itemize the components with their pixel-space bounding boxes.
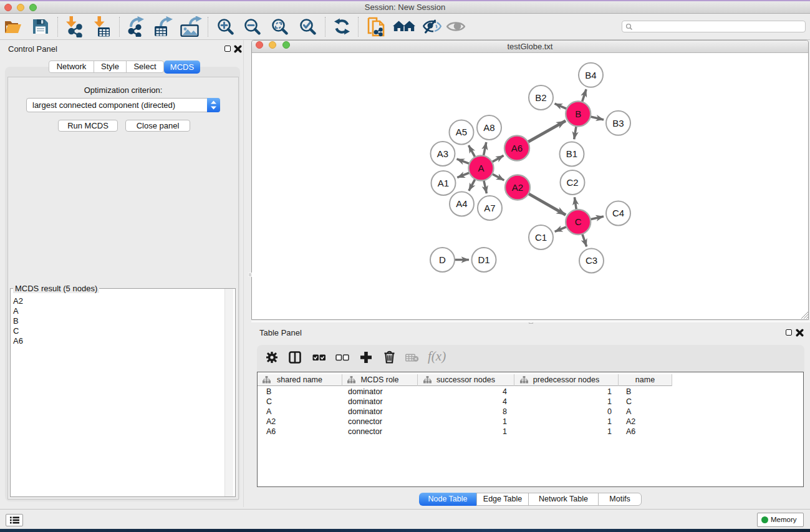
svg-text:B1: B1 xyxy=(566,148,577,159)
svg-text:A4: A4 xyxy=(456,198,467,209)
svg-text:B2: B2 xyxy=(535,92,546,103)
svg-text:D1: D1 xyxy=(478,254,489,265)
svg-text:C2: C2 xyxy=(566,177,578,188)
svg-text:C: C xyxy=(575,216,582,227)
svg-text:A: A xyxy=(478,163,484,173)
svg-text:B3: B3 xyxy=(612,118,624,128)
svg-text:A1: A1 xyxy=(438,178,449,188)
svg-text:A8: A8 xyxy=(483,122,494,133)
svg-text:A7: A7 xyxy=(484,203,495,213)
svg-text:D: D xyxy=(439,254,446,265)
svg-text:B: B xyxy=(575,109,581,119)
svg-text:C4: C4 xyxy=(612,208,624,218)
svg-text:A6: A6 xyxy=(511,143,523,153)
svg-text:A3: A3 xyxy=(437,148,448,159)
svg-text:B4: B4 xyxy=(585,70,596,80)
svg-text:C3: C3 xyxy=(586,255,597,266)
svg-text:C1: C1 xyxy=(535,232,547,243)
svg-text:A2: A2 xyxy=(512,182,523,193)
svg-text:A5: A5 xyxy=(456,127,467,137)
